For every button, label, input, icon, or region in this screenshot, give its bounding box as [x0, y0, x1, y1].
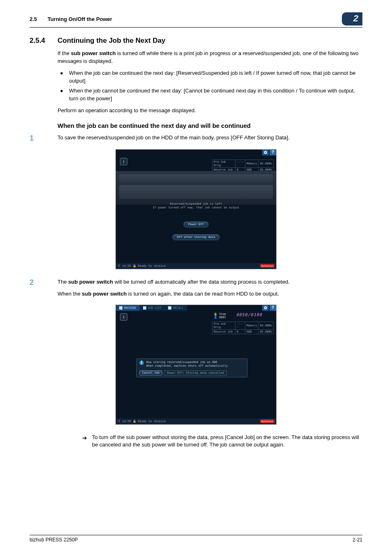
stat-cell: ----- — [235, 321, 245, 329]
header-section-title: Turning On/Off the Power — [48, 16, 112, 22]
screenshot-1-wrap: ✿ ? i Pre-Job Orig.-----Memory85.000% Re… — [30, 149, 362, 269]
step2-bold2: sub power switch — [82, 291, 127, 297]
s1-message: Reserved/Suspended job is left If power … — [116, 202, 276, 210]
step2-text-b: will be turned off automatically after t… — [113, 279, 290, 285]
step2-text2-b: is turned on again, the data can be read… — [127, 291, 279, 297]
step2-bold: sub power switch — [68, 279, 113, 285]
stat-cell: 85.000% — [258, 321, 274, 329]
section-heading: 2.5.4 Continuing the Job the Next Day — [30, 37, 362, 45]
screenshot-2-wrap: MACHINE JOB LIST RECALL ✿ ? i 🔒 Step 👤 0… — [30, 305, 362, 425]
tab-recall[interactable]: RECALL — [165, 305, 187, 311]
s2-message-box: i Now storing reserved/suspended job on … — [136, 358, 247, 377]
bullet-dot-icon: ● — [58, 87, 69, 103]
step-sub: 0001 — [219, 316, 226, 319]
page-footer: bizhub PRESS 2250P 2-21 — [30, 535, 362, 543]
header-section-number: 2.5 — [30, 16, 37, 22]
tab-label: MACHINE — [124, 306, 136, 310]
footer-right: 2-21 — [353, 537, 362, 543]
s2-step-block: 🔒 Step 👤 0001 — [214, 312, 238, 319]
s2-msg-row: i Now storing reserved/suspended job on … — [139, 361, 244, 368]
step-number: 2 — [30, 278, 58, 298]
bullet-text: When the job can be continued the next d… — [69, 69, 362, 85]
header-left: 2.5 Turning On/Off the Power — [30, 16, 112, 22]
step-label: Step — [219, 312, 226, 316]
s1-footer: ⏱ 14:39 🔒 Ready to receive Rotation — [116, 263, 276, 269]
s2-stats: Pre-Job Orig.-----Memory85.000% Reserve … — [212, 321, 274, 334]
s1-msg-line: Reserved/Suspended job is left — [116, 202, 276, 206]
subheading-1: When the job can be continued the next d… — [58, 122, 362, 129]
screenshot-2: MACHINE JOB LIST RECALL ✿ ? i 🔒 Step 👤 0… — [115, 305, 277, 425]
intro-bold: sub power switch — [71, 50, 116, 56]
stat-cell: Pre-Job Orig. — [212, 321, 235, 329]
arrow-text: To turn off the sub power without storin… — [92, 434, 362, 449]
intro-pre: If the — [58, 50, 71, 56]
info-circle-icon: i — [139, 361, 144, 365]
s2-footer-left: ⏱ 14:39 🔒 Ready to receive — [118, 420, 166, 423]
list-icon — [143, 306, 146, 310]
stat-cell: 0 — [235, 329, 245, 334]
recall-icon — [168, 306, 171, 310]
s2-tabs: MACHINE JOB LIST RECALL — [116, 305, 187, 311]
info-icon[interactable]: i — [120, 158, 127, 165]
s1-topbar: ✿ ? — [261, 150, 276, 155]
gear-icon[interactable]: ✿ — [262, 150, 269, 155]
page-header: 2.5 Turning On/Off the Power 2 — [30, 12, 362, 28]
stat-cell: ----- — [235, 160, 245, 167]
stat-cell: Pre-Job Orig. — [212, 160, 235, 167]
stat-cell: Memory — [245, 160, 258, 167]
step2-text2-a: When the — [58, 291, 82, 297]
s1-band3 — [119, 185, 273, 199]
tab-machine[interactable]: MACHINE — [116, 305, 140, 311]
stat-cell: Reserve Job — [212, 329, 235, 334]
perform-paragraph: Perform an operation according to the me… — [58, 107, 362, 115]
off-after-storing-button[interactable]: Off after storing data — [173, 234, 220, 240]
step-2: 2 The sub power switch will be turned of… — [30, 278, 362, 298]
bullet-item: ● When the job cannot be continued the n… — [58, 87, 362, 103]
s2-topbar: ✿ ? — [261, 305, 276, 311]
bullet-dot-icon: ● — [58, 69, 69, 85]
cancel-job-button[interactable]: Cancel Job — [139, 370, 162, 375]
s1-band2 — [119, 174, 273, 183]
s1-footer-left: ⏱ 14:39 🔒 Ready to receive — [118, 264, 166, 268]
footer-left: bizhub PRESS 2250P — [30, 537, 78, 543]
stat-cell: 85.000% — [258, 160, 274, 167]
stat-cell: HDD — [245, 329, 258, 334]
rotation-badge[interactable]: Rotation — [260, 419, 274, 423]
bullet-list: ● When the job can be continued the next… — [58, 69, 362, 103]
s2-counter: 0050/0100 — [236, 312, 262, 317]
s2-msg-line: Now storing reserved/suspended job on HD… — [146, 361, 228, 364]
intro-paragraph: If the sub power switch is turned off wh… — [58, 50, 362, 65]
bullet-text: When the job cannot be continued the nex… — [69, 87, 362, 103]
power-off-storing-cancelled-label: Power Off: Storing data cancelled — [164, 370, 227, 375]
help-icon[interactable]: ? — [270, 150, 276, 155]
section-number: 2.5.4 — [30, 37, 58, 45]
stat-cell: 85.000% — [258, 329, 274, 334]
bullet-item: ● When the job can be continued the next… — [58, 69, 362, 85]
gear-icon[interactable]: ✿ — [262, 305, 269, 311]
s2-msg-line: When completed, machine shuts off automa… — [146, 364, 228, 368]
step-text: To save the reserved/suspended job on th… — [58, 134, 362, 143]
s1-buttons: Power Off Off after storing data — [116, 220, 276, 243]
arrow-note: ➔ To turn off the sub power without stor… — [82, 434, 362, 449]
tab-joblist[interactable]: JOB LIST — [140, 305, 165, 311]
s2-footer: ⏱ 14:39 🔒 Ready to receive Rotation — [116, 419, 276, 424]
screenshot-1: ✿ ? i Pre-Job Orig.-----Memory85.000% Re… — [115, 149, 277, 269]
machine-icon — [119, 306, 122, 310]
arrow-icon: ➔ — [82, 434, 92, 449]
step-1: 1 To save the reserved/suspended job on … — [30, 134, 362, 143]
s2-btn-row: Cancel Job Power Off: Storing data cance… — [139, 370, 244, 375]
power-off-button[interactable]: Power Off — [184, 222, 208, 227]
rotation-badge[interactable]: Rotation — [260, 264, 274, 268]
info-icon[interactable]: i — [120, 313, 127, 321]
step2-text-a: The — [58, 279, 68, 285]
help-icon[interactable]: ? — [270, 305, 276, 311]
step-text: The sub power switch will be turned off … — [58, 278, 362, 298]
tab-label: RECALL — [173, 306, 183, 310]
stat-cell: Memory — [245, 321, 258, 329]
step-number: 1 — [30, 134, 58, 143]
s1-msg-line: If power turned off now, that job cannot… — [116, 206, 276, 210]
chapter-badge: 2 — [342, 12, 362, 25]
tab-label: JOB LIST — [148, 306, 162, 310]
s1-stats: Pre-Job Orig.-----Memory85.000% Reserve … — [212, 160, 274, 172]
section-title: Continuing the Job the Next Day — [58, 37, 166, 45]
